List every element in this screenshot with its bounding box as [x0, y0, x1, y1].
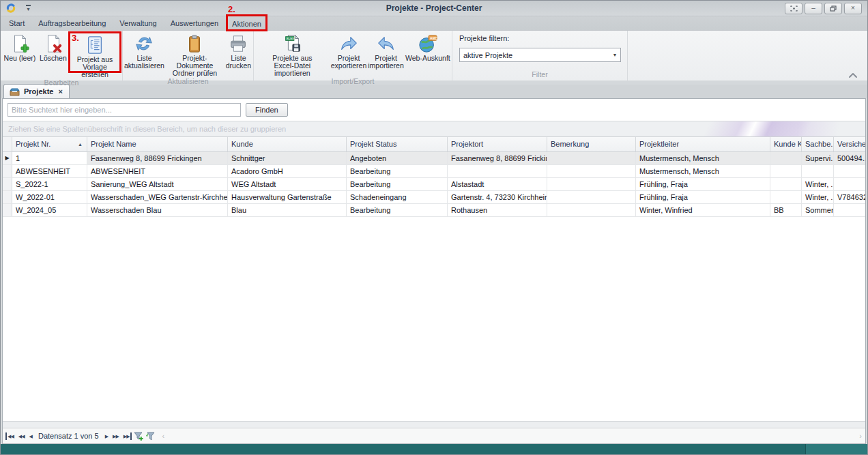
cell[interactable]: Mustermensch, Mensch [636, 165, 770, 177]
cell[interactable]: Angeboten [347, 152, 448, 164]
cell[interactable] [770, 178, 802, 190]
tab-auftragsbearbeitung[interactable]: Auftragsbearbeitung [37, 18, 107, 29]
cell[interactable] [448, 165, 547, 177]
search-input[interactable] [8, 103, 241, 117]
cell[interactable]: Bearbeitung [347, 165, 448, 177]
cell[interactable]: V784632 [834, 191, 865, 203]
cell[interactable]: Winter, ... [802, 191, 834, 203]
cell[interactable]: ABWESENHEIT [12, 165, 87, 177]
group-by-panel[interactable]: Ziehen Sie eine Spaltenüberschrift in di… [3, 121, 865, 137]
filter-dropdown[interactable]: aktive Projekte ▼ [459, 48, 621, 62]
cell[interactable] [547, 178, 636, 190]
table-row[interactable]: W_2022-01 Wasserschaden_WEG Gartenstr-Ki… [3, 191, 865, 204]
filter-add-icon[interactable] [134, 432, 143, 441]
cell[interactable]: Gartenstr. 4, 73230 Kirchheim [448, 191, 547, 203]
cell[interactable]: Winter, ... [802, 178, 834, 190]
cell[interactable]: Winter, Winfried [636, 204, 770, 216]
web-auskunft-button[interactable]: ABC Web-Auskunft [405, 33, 450, 62]
column-header-sachbe[interactable]: Sachbe... [802, 137, 834, 151]
cell[interactable]: Alstastadt [448, 178, 547, 190]
cell[interactable] [834, 178, 865, 190]
column-header-projekt-status[interactable]: Projekt Status [347, 137, 448, 151]
arrow-import-icon [376, 33, 396, 54]
liste-aktualisieren-button[interactable]: Liste aktualisieren [124, 33, 164, 70]
projekt-exportieren-button[interactable]: Projekt exportieren [331, 33, 367, 70]
tab-aktionen[interactable]: Aktionen [231, 18, 263, 29]
tab-start[interactable]: Start [8, 18, 26, 29]
cell[interactable]: Sommer... [802, 204, 834, 216]
cell[interactable]: 500494... [834, 152, 865, 164]
find-button[interactable]: Finden [246, 103, 288, 117]
cell[interactable] [547, 191, 636, 203]
cell[interactable] [770, 191, 802, 203]
nav-prev-button[interactable]: ◀ [28, 432, 33, 440]
cell[interactable]: WEG Altstadt [228, 178, 347, 190]
filter-edit-icon[interactable] [145, 432, 155, 441]
cell[interactable] [834, 165, 865, 177]
cell[interactable]: Frühling, Fraja [636, 191, 770, 203]
style-selector-button[interactable] [785, 3, 802, 14]
nav-prev-page-button[interactable]: ◀◀ [17, 432, 26, 440]
cell[interactable] [770, 152, 802, 164]
cell[interactable]: S_2022-1 [12, 178, 87, 190]
cell[interactable] [802, 165, 834, 177]
table-row[interactable]: S_2022-1 Sanierung_WEG Altstadt WEG Alts… [3, 178, 865, 191]
cell[interactable]: Supervi... [802, 152, 834, 164]
cell[interactable]: Sanierung_WEG Altstadt [87, 178, 228, 190]
cell[interactable]: Schadeneingang [347, 191, 448, 203]
nav-first-button[interactable]: ◀◀ [5, 432, 15, 440]
cell[interactable] [547, 152, 636, 164]
excel-import-button[interactable]: XLSX Projekte aus Excel-Datei importiere… [255, 33, 330, 77]
cell[interactable]: Frühling, Fraja [636, 178, 770, 190]
cell[interactable]: Fasanenweg 8, 88699 Frickingen [448, 152, 547, 164]
cell[interactable]: Acadoro GmbH [228, 165, 347, 177]
cell[interactable]: Hausverwaltung Gartenstraße [228, 191, 347, 203]
cell[interactable] [547, 165, 636, 177]
column-header-projektleiter[interactable]: Projektleiter [636, 137, 770, 151]
cell[interactable]: W_2022-01 [12, 191, 87, 203]
nav-next-page-button[interactable]: ▶▶ [111, 432, 120, 440]
nav-next-button[interactable]: ▶ [104, 432, 109, 440]
column-header-projektort[interactable]: Projektort [448, 137, 547, 151]
cell[interactable]: Fasanenweg 8, 88699 Frickingen [87, 152, 228, 164]
cell[interactable]: BB [770, 204, 802, 216]
minimize-button[interactable]: – [805, 3, 822, 14]
tab-close-icon[interactable]: × [57, 87, 63, 96]
cell[interactable] [834, 204, 865, 216]
cell[interactable]: Bearbeitung [347, 204, 448, 216]
tab-verwaltung[interactable]: Verwaltung [118, 18, 158, 29]
projekt-importieren-button[interactable]: Projekt importieren [368, 33, 404, 70]
cell[interactable]: W_2024_05 [12, 204, 87, 216]
neu-leer-button[interactable]: Neu (leer) [2, 33, 38, 62]
liste-drucken-button[interactable]: Liste drucken [225, 33, 252, 70]
column-header-bemerkung[interactable]: Bemerkung [547, 137, 636, 151]
column-header-versiche[interactable]: Versiche... [834, 137, 865, 151]
cell[interactable]: Wasserschaden Blau [87, 204, 228, 216]
collapse-ribbon-icon[interactable] [848, 72, 858, 78]
close-button[interactable]: × [844, 3, 862, 14]
cell[interactable]: Rothausen [448, 204, 547, 216]
tab-auswertungen[interactable]: Auswertungen [169, 18, 220, 29]
cell[interactable]: Wasserschaden_WEG Gartenstr-Kirchheim [87, 191, 228, 203]
cell[interactable]: ABWESENHEIT [87, 165, 228, 177]
column-header-kunde-k[interactable]: Kunde K... [770, 137, 802, 151]
cell[interactable]: Blau [228, 204, 347, 216]
cell[interactable] [770, 165, 802, 177]
hscroll-right-arrow[interactable]: › [859, 432, 862, 440]
cell[interactable]: 1 [12, 152, 87, 164]
table-row[interactable]: ▶ 1 Fasanenweg 8, 88699 Frickingen Schni… [3, 152, 865, 165]
cell[interactable]: Mustermensch, Mensch [636, 152, 770, 164]
hscroll-left-arrow[interactable]: ‹ [162, 432, 165, 440]
column-header-projekt-name[interactable]: Projekt Name [87, 137, 228, 151]
cell[interactable] [547, 204, 636, 216]
column-header-kunde[interactable]: Kunde [228, 137, 347, 151]
restore-button[interactable] [824, 3, 842, 14]
table-row[interactable]: ABWESENHEIT ABWESENHEIT Acadoro GmbH Bea… [3, 165, 865, 178]
loeschen-button[interactable]: Löschen [39, 33, 68, 62]
projekt-dokumente-pruefen-button[interactable]: Projekt-Dokumente Ordner prüfen [166, 33, 224, 77]
cell[interactable]: Schnittger [228, 152, 347, 164]
cell[interactable]: Bearbeitung [347, 178, 448, 190]
table-row[interactable]: W_2024_05 Wasserschaden Blau Blau Bearbe… [3, 204, 865, 217]
nav-last-button[interactable]: ▶▶ [122, 432, 132, 440]
column-header-projekt-nr[interactable]: ▲ Projekt Nr. [12, 137, 87, 151]
